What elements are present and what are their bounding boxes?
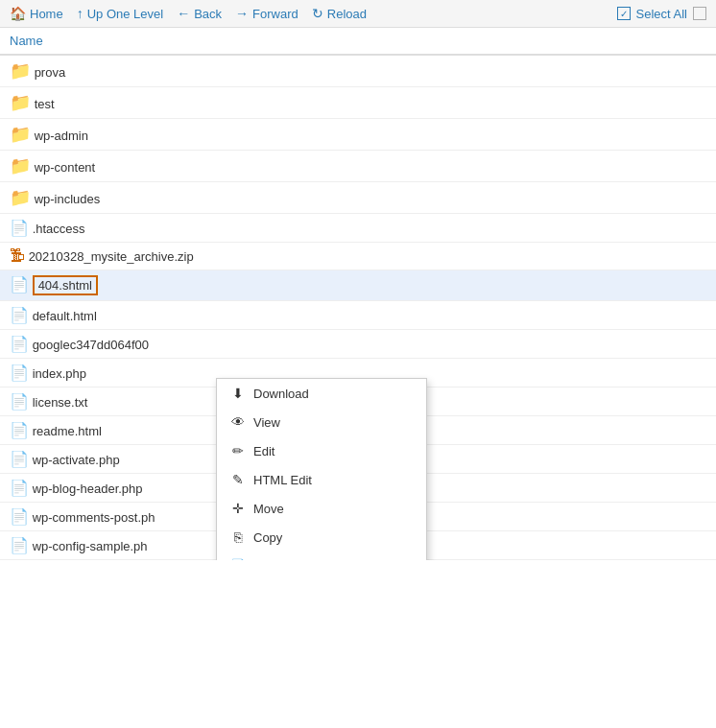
- table-row[interactable]: 📁 test: [0, 87, 716, 119]
- menu-icon: ⬇: [230, 386, 246, 401]
- menu-icon: ⎘: [230, 529, 246, 545]
- select-all-button[interactable]: ✓ Select All: [617, 7, 706, 21]
- table-row[interactable]: 🗜 20210328_mysite_archive.zip: [0, 243, 716, 270]
- table-row[interactable]: 📁 wp-includes: [0, 182, 716, 214]
- filename: wp-admin: [35, 129, 88, 143]
- context-menu-item-html-edit[interactable]: ✎HTML Edit: [217, 465, 426, 494]
- menu-item-label: Rename: [253, 559, 300, 561]
- home-button[interactable]: 🏠 Home: [10, 6, 63, 21]
- up-one-level-button[interactable]: ↑ Up One Level: [77, 6, 164, 21]
- filename: 404.shtml: [33, 275, 98, 295]
- reload-icon: ↻: [312, 6, 323, 21]
- back-label: Back: [194, 7, 222, 21]
- php-icon: 📄: [10, 480, 29, 496]
- doc-icon: 📄: [10, 220, 29, 236]
- context-menu: ⬇Download👁View✏Edit✎HTML Edit✛Move⎘Copy📄…: [216, 378, 427, 560]
- html-icon: 📄: [10, 336, 29, 352]
- table-row[interactable]: 📁 wp-content: [0, 151, 716, 182]
- menu-item-label: Copy: [253, 530, 282, 545]
- menu-icon: 📄: [230, 558, 246, 560]
- html-icon: 📄: [10, 307, 29, 323]
- context-menu-item-edit[interactable]: ✏Edit: [217, 436, 426, 465]
- menu-item-label: Edit: [253, 444, 274, 458]
- doc-icon: 📄: [10, 393, 29, 410]
- filename: test: [35, 97, 55, 111]
- table-row[interactable]: 📁 wp-admin: [0, 119, 716, 151]
- folder-icon: 📁: [10, 125, 31, 144]
- filename: wp-includes: [35, 192, 101, 206]
- table-row[interactable]: 📄 .htaccess: [0, 214, 716, 243]
- filename: wp-comments-post.ph: [33, 510, 155, 525]
- filename: .htaccess: [33, 222, 85, 236]
- html-icon: 📄: [10, 422, 29, 438]
- php-icon: 📄: [10, 508, 29, 525]
- filename: wp-content: [35, 160, 96, 175]
- filename: wp-activate.php: [33, 453, 120, 467]
- table-row[interactable]: 📁 prova: [0, 55, 716, 87]
- content-wrapper: Name 📁 prova📁 test📁 wp-admin📁 wp-content…: [0, 28, 716, 560]
- home-label: Home: [30, 7, 63, 21]
- forward-icon: →: [235, 6, 249, 21]
- home-icon: 🏠: [10, 6, 26, 21]
- php-icon: 📄: [10, 451, 29, 467]
- reload-button[interactable]: ↻ Reload: [312, 6, 367, 21]
- filename: license.txt: [33, 395, 88, 410]
- name-column-header: Name: [0, 28, 716, 55]
- context-menu-item-download[interactable]: ⬇Download: [217, 379, 426, 408]
- context-menu-item-rename[interactable]: 📄Rename: [217, 552, 426, 560]
- reload-label: Reload: [327, 7, 367, 21]
- table-row[interactable]: 📄 default.html: [0, 301, 716, 330]
- menu-item-label: Download: [253, 387, 309, 401]
- menu-item-label: View: [253, 415, 280, 430]
- menu-icon: ✎: [230, 472, 246, 487]
- toolbar: 🏠 Home ↑ Up One Level ← Back → Forward ↻…: [0, 0, 716, 28]
- php-icon: 📄: [10, 537, 29, 553]
- up-one-level-label: Up One Level: [87, 7, 164, 21]
- select-all-label: Select All: [636, 7, 687, 21]
- menu-icon: ✛: [230, 501, 246, 516]
- filename: 20210328_mysite_archive.zip: [29, 249, 194, 264]
- filename: index.php: [33, 366, 86, 381]
- php-icon: 📄: [10, 364, 29, 381]
- menu-icon: 👁: [230, 414, 246, 430]
- folder-icon: 📁: [10, 93, 31, 112]
- forward-label: Forward: [252, 7, 298, 21]
- filename: default.html: [33, 309, 97, 323]
- menu-item-label: Move: [253, 502, 284, 516]
- back-icon: ←: [177, 6, 190, 21]
- table-row[interactable]: 📄 404.shtml: [0, 270, 716, 301]
- context-menu-item-move[interactable]: ✛Move: [217, 494, 426, 523]
- folder-icon: 📁: [10, 61, 31, 81]
- table-row[interactable]: 📄 googlec347dd064f00: [0, 330, 716, 359]
- forward-button[interactable]: → Forward: [235, 6, 298, 21]
- filename: readme.html: [33, 424, 102, 438]
- table-header: Name: [0, 28, 716, 55]
- checkbox-icon: ✓: [617, 7, 631, 20]
- html-icon: 📄: [10, 276, 29, 293]
- filename: wp-blog-header.php: [33, 481, 143, 496]
- empty-checkbox-icon: [693, 7, 706, 20]
- filename: prova: [35, 65, 66, 80]
- folder-icon: 📁: [10, 156, 31, 176]
- menu-icon: ✏: [230, 443, 246, 458]
- back-button[interactable]: ← Back: [177, 6, 222, 21]
- menu-item-label: HTML Edit: [253, 473, 312, 487]
- up-icon: ↑: [77, 6, 84, 21]
- filename: wp-config-sample.ph: [33, 539, 148, 553]
- zip-icon: 🗜: [10, 247, 25, 264]
- folder-icon: 📁: [10, 188, 31, 207]
- context-menu-item-view[interactable]: 👁View: [217, 408, 426, 436]
- context-menu-item-copy[interactable]: ⎘Copy: [217, 523, 426, 552]
- filename: googlec347dd064f00: [33, 338, 149, 352]
